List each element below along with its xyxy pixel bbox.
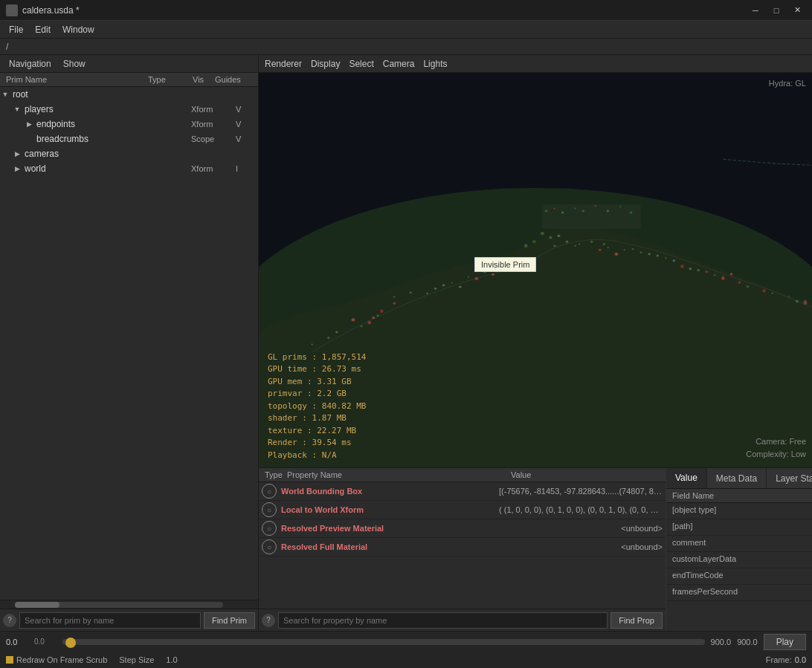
renderer-menu[interactable]: Renderer [265,59,302,69]
svg-point-56 [714,274,715,276]
svg-point-65 [574,207,576,209]
toggle-endpoints[interactable]: ▶ [24,119,34,129]
timeline-track[interactable] [62,639,705,645]
show-button[interactable]: Show [57,57,91,71]
redraw-checkbox-area: Redraw On Frame Scrub [6,655,107,664]
props-icon-2: ○ [262,521,277,536]
title-bar-controls: ─ □ ✕ [747,4,806,17]
props-name-0: World Bounding Box [281,487,499,496]
select-menu[interactable]: Select [349,59,373,69]
left-toolbar: Navigation Show [0,55,258,73]
title-bar: caldera.usda * ─ □ ✕ [0,0,812,21]
prop-help-button[interactable]: ? [262,614,275,627]
meta-row-1[interactable]: [path] / [666,519,812,536]
svg-point-43 [409,291,411,294]
footer: 0.0 0.0 900.0 900.0 Play Redraw On Frame… [0,631,812,668]
toggle-players[interactable]: ▼ [12,104,22,114]
props-row-0[interactable]: ○ World Bounding Box [(-75676, -81453, -… [259,482,666,501]
camera-menu[interactable]: Camera [383,59,415,69]
close-button[interactable]: ✕ [788,4,806,17]
tree-row-players[interactable]: ▼ players Xform V [0,102,258,117]
svg-point-50 [579,243,580,244]
props-row-3[interactable]: ○ Resolved Full Material <unbound> [259,538,666,557]
svg-point-15 [680,265,683,267]
meta-row-2[interactable]: comment usd file created with the exampl… [666,536,812,552]
app-icon [6,4,18,16]
find-prop-button[interactable]: Find Prop [610,612,663,629]
meta-panel: Value Meta Data Layer Stack Composition … [666,468,812,631]
toggle-root[interactable]: ▼ [0,89,10,100]
meta-col-field: Field Name [672,491,812,500]
left-scrollbar[interactable] [0,600,258,609]
label-root: root [10,89,191,100]
prop-search-input[interactable] [278,612,608,629]
svg-point-69 [619,206,621,207]
meta-row-5[interactable]: framesPerSecond 30.0 [666,585,812,601]
svg-point-62 [545,210,547,212]
redraw-checkbox[interactable] [6,656,13,664]
timeline-thumb[interactable] [65,638,76,648]
prim-help-button[interactable]: ? [3,614,16,627]
tree-row-root[interactable]: ▼ root [0,87,258,102]
camera-label: Camera: Free Complexity: Low [746,435,806,461]
tab-metadata[interactable]: Meta Data [707,468,767,488]
meta-row-3[interactable]: customLayerData {atvi: {exportApplicatio… [666,552,812,568]
props-value-0: [(-75676, -81453, -97.828643......(74807… [499,487,663,496]
col-prim-name: Prim Name [6,75,148,84]
frame-label: Frame: [766,655,792,664]
invisible-prim-tooltip: Invisible Prim [474,257,536,272]
svg-point-17 [351,318,354,321]
svg-point-12 [599,248,601,250]
toggle-world[interactable]: ▶ [12,163,22,174]
menu-edit[interactable]: Edit [29,23,57,36]
play-button[interactable]: Play [764,634,806,650]
stat-8: Playback : N/A [268,450,366,462]
svg-point-59 [796,300,798,302]
props-icon-3: ○ [262,539,277,554]
svg-point-67 [595,205,596,207]
svg-point-8 [565,240,567,242]
label-players: players [22,104,191,114]
props-icon-0: ○ [262,484,277,499]
timeline-end-values: 900.0 900.0 [711,638,758,646]
tab-value[interactable]: Value [666,468,707,488]
redraw-label: Redraw On Frame Scrub [16,655,107,664]
svg-point-52 [631,248,633,250]
meta-row-4[interactable]: endTimeCode 900.0 [666,568,812,585]
maximize-button[interactable]: □ [767,4,785,17]
viewport[interactable]: Hydra: GL Camera: Free Complexity: Low G… [259,73,812,467]
svg-point-72 [372,317,374,319]
find-prim-button[interactable]: Find Prim [204,612,255,629]
vis-endpoints: V [236,120,258,129]
prim-search-input[interactable] [19,612,201,629]
window-title: caldera.usda * [22,5,80,16]
props-row-1[interactable]: ○ Local to World Xform ( (1, 0, 0, 0), (… [259,501,666,519]
lights-menu[interactable]: Lights [423,59,447,69]
menu-window[interactable]: Window [57,23,100,36]
step-size-label: Step Size [119,655,154,664]
tree-row-endpoints[interactable]: ▶ endpoints Xform V [0,117,258,132]
timeline-end1: 900.0 [711,638,732,646]
prop-search-bar: ? Find Prop [259,609,666,631]
svg-point-77 [730,273,732,275]
svg-point-73 [380,310,383,313]
svg-point-55 [697,269,699,271]
props-row-2[interactable]: ○ Resolved Preview Material <unbound> [259,519,666,538]
tree-row-world[interactable]: ▶ world Xform I [0,161,258,176]
display-menu[interactable]: Display [311,59,340,69]
nav-button[interactable]: Navigation [3,57,57,71]
viewport-toolbar: Renderer Display Select Camera Lights [259,55,812,73]
svg-point-76 [721,276,724,279]
menu-file[interactable]: File [3,23,29,36]
svg-point-6 [557,234,559,236]
toggle-cameras[interactable]: ▶ [12,149,22,159]
right-area: Renderer Display Select Camera Lights [259,55,812,631]
type-breadcrumbs: Scope [191,134,236,143]
meta-row-0[interactable]: [object type] Prim [666,503,812,519]
minimize-button[interactable]: ─ [747,4,764,17]
tree-row-cameras[interactable]: ▶ cameras [0,146,258,161]
tree-row-breadcrumbs[interactable]: ▶ breadcrumbs Scope V [0,132,258,146]
stat-4: topology : 840.82 MB [268,401,366,413]
timeline-mid: 0.0 [34,638,57,646]
tab-layer-stack[interactable]: Layer Stack [767,468,812,488]
